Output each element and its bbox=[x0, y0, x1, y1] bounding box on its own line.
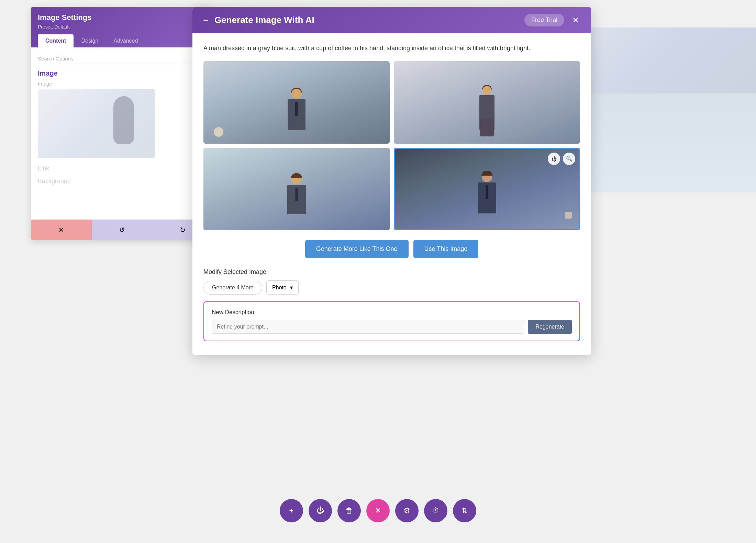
prompt-text: A man dressed in a gray blue suit, with … bbox=[203, 44, 580, 53]
modal-title: Generate Image With AI bbox=[214, 15, 314, 25]
layers-icon: ⇅ bbox=[462, 506, 468, 515]
new-description-section: New Description Regenerate bbox=[203, 301, 580, 341]
background-label: Background bbox=[38, 178, 206, 185]
toolbar-power-button[interactable]: ⏻ bbox=[309, 499, 332, 522]
section-image-title: Image bbox=[38, 69, 206, 77]
tab-design[interactable]: Design bbox=[74, 34, 106, 47]
modal-body: A man dressed in a gray blue suit, with … bbox=[192, 33, 591, 355]
bottom-toolbar: + ⏻ 🗑 ✕ ⚙ ⏱ ⇅ bbox=[280, 499, 476, 522]
modal-header-right: Free Trial ✕ bbox=[524, 14, 581, 26]
panel-actions: ✕ ↺ ↻ bbox=[31, 219, 213, 240]
zoom-overlay-icon[interactable]: 🔍 bbox=[563, 153, 575, 165]
panel-tabs: Content Design Advanced bbox=[38, 34, 206, 47]
grid-image-2[interactable] bbox=[394, 61, 580, 144]
toolbar-close-button[interactable]: ✕ bbox=[366, 499, 390, 522]
redo-icon: ↻ bbox=[180, 226, 186, 234]
image-placeholder-1 bbox=[203, 61, 390, 144]
image-settings-panel: Image Settings ⚙ Preset: Default Content… bbox=[31, 7, 213, 240]
regenerate-button[interactable]: Regenerate bbox=[528, 320, 572, 334]
panel-title: Image Settings bbox=[38, 13, 91, 22]
free-trial-badge[interactable]: Free Trial bbox=[524, 14, 564, 26]
action-buttons: Generate More Like This One Use This Ima… bbox=[203, 240, 580, 258]
field-image-label: Image bbox=[38, 81, 206, 87]
modal-header: ← Generate Image With AI Free Trial ✕ bbox=[192, 7, 591, 33]
modify-controls: Generate 4 More Photo ▾ bbox=[203, 280, 580, 295]
tab-content[interactable]: Content bbox=[38, 34, 74, 47]
image-placeholder-3 bbox=[203, 148, 390, 230]
link-section: Link bbox=[38, 165, 206, 172]
image-placeholder-4: ⏻ 🔍 bbox=[395, 149, 579, 229]
background-section: Background bbox=[38, 178, 206, 185]
use-image-button[interactable]: Use This Image bbox=[413, 240, 479, 258]
close-button[interactable]: ✕ bbox=[570, 14, 581, 26]
power-icon: ⏻ bbox=[316, 506, 324, 515]
trash-icon: 🗑 bbox=[345, 506, 353, 515]
delete-button[interactable]: ✕ bbox=[31, 220, 92, 240]
back-arrow-icon[interactable]: ← bbox=[202, 16, 210, 25]
toolbar-settings-button[interactable]: ⚙ bbox=[395, 499, 419, 522]
tab-advanced[interactable]: Advanced bbox=[106, 34, 145, 47]
grid-image-1[interactable] bbox=[203, 61, 390, 144]
chevron-down-icon: ▾ bbox=[290, 284, 293, 291]
image-placeholder-2 bbox=[394, 61, 580, 144]
image-grid: ⏻ 🔍 bbox=[203, 61, 580, 230]
new-description-title: New Description bbox=[212, 309, 572, 316]
toolbar-history-button[interactable]: ⏱ bbox=[424, 499, 447, 522]
toolbar-layers-button[interactable]: ⇅ bbox=[453, 499, 476, 522]
style-select[interactable]: Photo ▾ bbox=[266, 280, 299, 295]
style-select-label: Photo bbox=[272, 285, 287, 291]
delete-icon: ✕ bbox=[58, 226, 64, 234]
grid-image-4[interactable]: ⏻ 🔍 bbox=[394, 148, 580, 230]
close-icon: ✕ bbox=[375, 506, 381, 515]
power-overlay-icon[interactable]: ⏻ bbox=[548, 153, 560, 165]
panel-header: Image Settings ⚙ Preset: Default Content… bbox=[31, 7, 213, 47]
person-silhouette bbox=[113, 96, 134, 144]
generate-more-button[interactable]: Generate More Like This One bbox=[305, 240, 409, 258]
clock-icon: ⏱ bbox=[432, 506, 440, 515]
plus-icon: + bbox=[289, 506, 294, 515]
refine-prompt-input[interactable] bbox=[212, 320, 524, 334]
toolbar-delete-button[interactable]: 🗑 bbox=[337, 499, 361, 522]
link-label: Link bbox=[38, 165, 206, 172]
search-options[interactable]: Search Options bbox=[38, 54, 206, 64]
panel-body: Search Options Image Image Link Backgrou… bbox=[31, 47, 213, 219]
modify-section: Modify Selected Image Generate 4 More Ph… bbox=[203, 268, 580, 295]
gear-icon: ⚙ bbox=[403, 506, 410, 515]
desc-input-row: Regenerate bbox=[212, 320, 572, 334]
modal-header-left: ← Generate Image With AI bbox=[202, 15, 314, 25]
panel-preset[interactable]: Preset: Default bbox=[38, 24, 206, 30]
undo-button[interactable]: ↺ bbox=[92, 220, 153, 240]
modify-title: Modify Selected Image bbox=[203, 268, 580, 276]
image-preview-box[interactable] bbox=[38, 89, 155, 158]
generate-4-more-button[interactable]: Generate 4 More bbox=[203, 281, 262, 295]
grid-image-3[interactable] bbox=[203, 148, 390, 230]
ai-modal: ← Generate Image With AI Free Trial ✕ A … bbox=[192, 7, 591, 355]
toolbar-add-button[interactable]: + bbox=[280, 499, 303, 522]
undo-icon: ↺ bbox=[119, 226, 125, 234]
overlay-icons: ⏻ 🔍 bbox=[548, 153, 575, 165]
